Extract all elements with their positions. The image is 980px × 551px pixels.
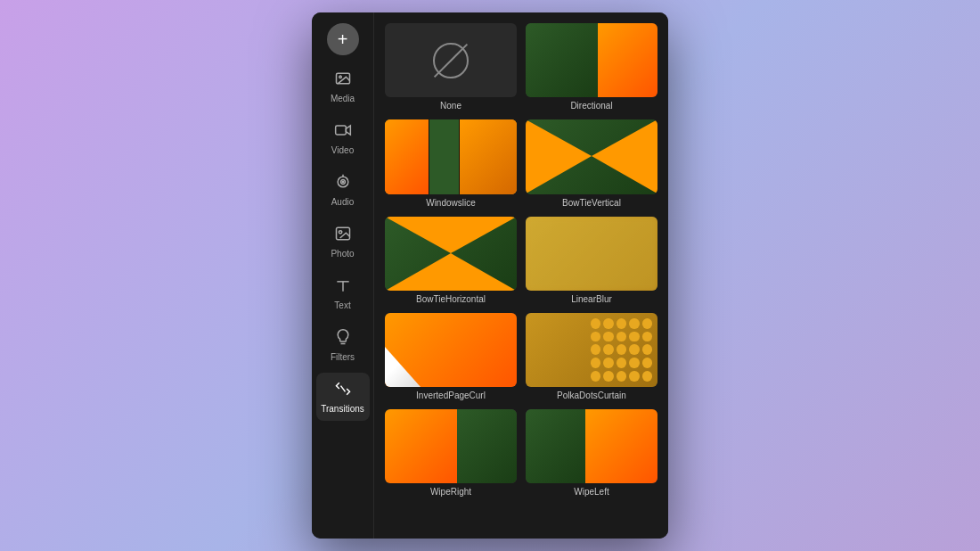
transition-windowslice[interactable]: Windowslice: [385, 119, 517, 207]
plus-icon: +: [338, 29, 348, 50]
dot: [603, 318, 613, 329]
dot: [617, 318, 626, 329]
wiperight-left: [385, 409, 457, 483]
sidebar-label-media: Media: [331, 94, 355, 103]
transition-polkadotscurtain-label: PolkaDotsCurtain: [557, 391, 626, 400]
transition-polkadotscurtain[interactable]: PolkaDotsCurtain: [526, 313, 657, 400]
video-icon: [334, 121, 352, 142]
sidebar-item-photo[interactable]: Photo: [316, 218, 370, 266]
filters-icon: [334, 328, 352, 349]
dots-grid: [585, 313, 657, 387]
transition-bowtiehorizontal-label: BowTieHorizontal: [416, 294, 486, 304]
dot: [642, 332, 652, 342]
dot: [603, 371, 613, 382]
dot: [591, 358, 600, 368]
linearblur-overlay: [526, 217, 657, 291]
dot: [629, 332, 639, 342]
bowtieverticle-preview: [526, 119, 657, 193]
transition-directional-thumb: [526, 23, 657, 97]
svg-rect-7: [336, 227, 349, 239]
transition-wipeleft[interactable]: WipeLeft: [526, 409, 657, 497]
ws-section-1: [385, 119, 429, 193]
svg-point-1: [339, 76, 341, 78]
transition-linearblur[interactable]: LinearBlur: [526, 217, 657, 304]
dot: [629, 344, 639, 355]
curl-corner: [385, 347, 421, 387]
transition-bowtieverticle[interactable]: BowTieVertical: [526, 119, 657, 207]
sidebar-item-text[interactable]: Text: [316, 269, 370, 317]
dot: [629, 371, 639, 382]
dot: [642, 344, 652, 355]
polkadotscurtain-preview: [526, 313, 657, 387]
svg-line-12: [340, 386, 345, 392]
bowtieverticle-svg: [526, 119, 657, 193]
dot: [591, 318, 600, 329]
dot: [629, 358, 639, 368]
ws-section-3: [460, 119, 517, 193]
ws-section-2: [429, 119, 459, 193]
svg-marker-16: [385, 253, 517, 291]
transition-windowslice-thumb: [385, 119, 517, 193]
directional-preview: [526, 23, 657, 97]
invertedpagecurl-preview: [385, 313, 517, 387]
wiperight-right: [457, 409, 517, 483]
transition-directional-label: Directional: [570, 101, 612, 111]
transition-wiperight-thumb: [385, 409, 517, 483]
sidebar-item-audio[interactable]: Audio: [316, 166, 370, 214]
app-window: + Media Video: [312, 12, 668, 539]
dot: [603, 358, 613, 368]
transition-bowtieverticle-label: BowTieVertical: [562, 198, 621, 208]
dot: [642, 318, 652, 329]
sidebar-item-media[interactable]: Media: [316, 62, 370, 111]
sidebar-label-transitions: Transitions: [321, 404, 364, 414]
wiperight-preview: [385, 409, 517, 483]
wipeleft-preview: [526, 409, 657, 483]
add-media-button[interactable]: +: [327, 23, 359, 55]
sidebar-item-filters[interactable]: Filters: [316, 321, 370, 369]
sidebar-label-filters: Filters: [331, 352, 355, 362]
dot: [617, 371, 626, 382]
transition-none-label: None: [440, 101, 461, 111]
sidebar-item-transitions[interactable]: Transitions: [316, 373, 370, 421]
transitions-panel: None Directional: [374, 12, 668, 539]
transition-directional[interactable]: Directional: [526, 23, 657, 111]
dot: [617, 332, 626, 342]
wipeleft-right: [585, 409, 657, 483]
dot: [591, 371, 600, 382]
transitions-icon: [334, 380, 352, 400]
dot: [603, 344, 613, 355]
transition-invertedpagecurl[interactable]: InvertedPageCurl: [385, 313, 517, 400]
transition-wipeleft-thumb: [526, 409, 657, 483]
transition-linearblur-label: LinearBlur: [571, 294, 612, 304]
dot: [603, 332, 613, 342]
directional-right: [598, 23, 657, 97]
dot: [591, 332, 600, 342]
transition-bowtiehorizontal-thumb: [385, 217, 517, 291]
dot: [629, 318, 639, 329]
sidebar: + Media Video: [312, 12, 374, 539]
svg-point-5: [342, 181, 344, 183]
dot: [642, 358, 652, 368]
text-icon: [334, 276, 352, 297]
transition-wiperight-label: WipeRight: [430, 487, 471, 497]
linearblur-preview: [526, 217, 657, 291]
transitions-grid: None Directional: [385, 23, 657, 497]
svg-rect-2: [335, 126, 346, 135]
dot: [617, 358, 626, 368]
media-icon: [334, 70, 352, 90]
transition-bowtiehorizontal[interactable]: BowTieHorizontal: [385, 217, 517, 304]
transition-wiperight[interactable]: WipeRight: [385, 409, 517, 497]
dot: [617, 344, 626, 355]
svg-marker-14: [592, 119, 657, 193]
transition-windowslice-label: Windowslice: [426, 198, 476, 208]
transition-linearblur-thumb: [526, 217, 657, 291]
dot: [642, 371, 652, 382]
bowtiehorizontal-preview: [385, 217, 517, 291]
sidebar-label-audio: Audio: [331, 197, 355, 207]
svg-marker-15: [385, 217, 517, 253]
transition-none[interactable]: None: [385, 23, 517, 111]
transition-wipeleft-label: WipeLeft: [574, 487, 608, 497]
transition-invertedpagecurl-thumb: [385, 313, 517, 387]
dot: [591, 344, 600, 355]
sidebar-item-video[interactable]: Video: [316, 114, 370, 162]
